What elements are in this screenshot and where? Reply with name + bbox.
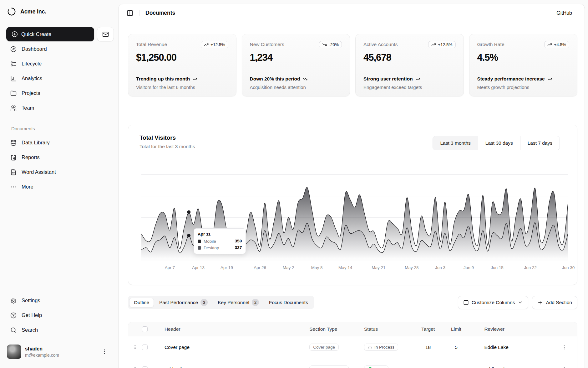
stat-value: 1,234 xyxy=(250,52,342,63)
customize-columns-button[interactable]: Customize Columns xyxy=(458,296,529,309)
trend-badge: +12.5% xyxy=(201,41,228,48)
page-title: Documents xyxy=(145,10,175,16)
github-link[interactable]: GitHub xyxy=(556,10,572,16)
sidebar-item-search[interactable]: Search xyxy=(6,323,114,337)
sidebar-item-word-assistant[interactable]: Word Assistant xyxy=(6,165,114,179)
plus-icon xyxy=(537,300,543,305)
loader-icon xyxy=(368,345,372,350)
ellipsis-vertical-icon xyxy=(101,349,108,355)
header-separator xyxy=(139,10,139,16)
sidebar-item-reports[interactable]: Reports xyxy=(6,150,114,165)
sidebar-item-projects[interactable]: Projects xyxy=(6,86,114,101)
col-status: Status xyxy=(359,326,414,332)
cell-reviewer[interactable]: Eddie Lake xyxy=(470,345,544,350)
sidebar-item-label: Settings xyxy=(22,298,40,303)
sidebar-item-label: Team xyxy=(22,105,34,111)
cell-target[interactable]: 29 xyxy=(414,366,442,368)
stat-card-new-customers: New Customers-20%1,234Down 20% this peri… xyxy=(242,34,350,96)
user-meta: shadcn m@example.com xyxy=(25,346,59,358)
trending-down-icon xyxy=(322,42,327,47)
add-section-button[interactable]: Add Section xyxy=(532,296,577,309)
sidebar-item-lifecycle[interactable]: Lifecycle xyxy=(6,56,114,71)
customize-columns-label: Customize Columns xyxy=(472,300,515,305)
circle-plus-icon xyxy=(12,31,18,37)
nav-section-label: Documents xyxy=(11,126,35,131)
trending-up-icon xyxy=(547,42,552,47)
stat-footer: Trending up this month xyxy=(136,75,214,82)
stat-card-growth-rate: Growth Rate+4.5%4.5%Steady performance i… xyxy=(469,34,578,96)
sidebar-item-dashboard[interactable]: Dashboard xyxy=(6,42,114,56)
sidebar-item-team[interactable]: Team xyxy=(6,101,114,115)
quick-create-button[interactable]: Quick Create xyxy=(6,27,94,41)
row-menu-button[interactable] xyxy=(561,366,567,368)
panel-left-icon xyxy=(127,10,133,16)
chevron-down-icon xyxy=(518,300,523,305)
cell-limit[interactable]: 24 xyxy=(442,366,470,368)
tooltip-date: Apr 11 xyxy=(198,232,242,236)
chart-icon xyxy=(10,75,17,82)
sidebar-item-get-help[interactable]: Get Help xyxy=(6,308,114,323)
total-visitors-card: Total Visitors Total for the last 3 mont… xyxy=(128,125,577,285)
brand[interactable]: Acme Inc. xyxy=(7,7,46,16)
table-row: Cover pageCover pageIn Process185Eddie L… xyxy=(128,336,577,358)
stat-subtext: Visitors for the last 6 months xyxy=(136,85,228,90)
x-tick-label: Apr 26 xyxy=(254,265,266,270)
sidebar-item-settings[interactable]: Settings xyxy=(6,293,114,308)
user-row[interactable]: shadcn m@example.com xyxy=(7,345,115,359)
x-tick-label: Apr 13 xyxy=(192,265,205,270)
drag-handle[interactable] xyxy=(128,345,142,350)
series-swatch xyxy=(198,246,201,250)
tab-focus-documents[interactable]: Focus Documents xyxy=(264,298,313,307)
sidebar-item-data-library[interactable]: Data Library xyxy=(6,135,114,150)
gauge-icon xyxy=(10,46,17,52)
x-tick-label: Apr 19 xyxy=(220,265,233,270)
user-email: m@example.com xyxy=(25,353,59,358)
acme-logo-icon xyxy=(7,7,16,16)
cell-limit[interactable]: 5 xyxy=(442,345,470,350)
ellipsis-vertical-icon xyxy=(561,345,567,350)
area-chart-svg: Apr 7Apr 13Apr 19Apr 26May 2May 8May 14M… xyxy=(128,132,578,276)
col-reviewer: Reviewer xyxy=(470,326,544,332)
cell-header[interactable]: Cover page xyxy=(155,345,303,350)
select-all-checkbox[interactable] xyxy=(142,326,148,332)
sidebar-item-more[interactable]: More xyxy=(6,179,114,194)
tab-count-badge: 3 xyxy=(200,299,208,306)
visitors-area-chart[interactable]: Apr 7Apr 13Apr 19Apr 26May 2May 8May 14M… xyxy=(128,132,578,276)
cell-target[interactable]: 18 xyxy=(414,345,442,350)
stat-value: 4.5% xyxy=(477,52,570,63)
tab-past-performance[interactable]: Past Performance3 xyxy=(155,297,212,308)
status-badge: In Process xyxy=(364,344,398,351)
inbox-button[interactable] xyxy=(97,27,114,41)
sidebar-item-label: Analytics xyxy=(22,75,42,81)
row-checkbox[interactable] xyxy=(142,366,148,368)
sidebar-toggle-button[interactable] xyxy=(127,10,133,16)
user-menu-button[interactable] xyxy=(101,349,115,355)
sidebar-item-analytics[interactable]: Analytics xyxy=(6,71,114,86)
cell-header[interactable]: Table of contents xyxy=(155,366,303,368)
brand-name: Acme Inc. xyxy=(20,8,46,15)
stat-title: Total Revenue xyxy=(136,41,167,47)
cell-reviewer[interactable]: Eddie Lake xyxy=(470,366,544,368)
x-tick-label: May 2 xyxy=(283,265,294,270)
sidebar-item-label: Word Assistant xyxy=(22,169,56,175)
row-menu-button[interactable] xyxy=(561,345,567,350)
stat-card-active-accounts: Active Accounts+12.5%45,678Strong user r… xyxy=(355,34,464,96)
tooltip-row-desktop: Desktop327 xyxy=(198,246,242,250)
main-panel: Documents GitHub Total Revenue+12.5%$1,2… xyxy=(118,4,585,368)
nav-footer: SettingsGet HelpSearch xyxy=(6,293,114,337)
sidebar: Acme Inc. Quick Create DashboardLifecycl… xyxy=(0,0,118,368)
fileword-icon xyxy=(10,169,17,175)
trending-down-icon xyxy=(303,77,307,81)
columns-icon xyxy=(463,300,469,305)
table-row: Table of contentsTable of contentsDone29… xyxy=(128,358,577,368)
trending-up-icon xyxy=(204,42,209,47)
tab-outline[interactable]: Outline xyxy=(129,298,154,307)
x-tick-label: Jun 22 xyxy=(524,265,537,270)
sidebar-item-label: Projects xyxy=(22,90,40,96)
trend-badge: -20% xyxy=(319,41,342,48)
tab-key-personnel[interactable]: Key Personnel2 xyxy=(213,297,264,308)
drag-handle[interactable] xyxy=(128,366,142,368)
stat-subtext: Acquisition needs attention xyxy=(250,85,342,90)
row-checkbox[interactable] xyxy=(142,345,148,350)
chart-tooltip: Apr 11 Mobile350Desktop327 xyxy=(194,228,246,254)
